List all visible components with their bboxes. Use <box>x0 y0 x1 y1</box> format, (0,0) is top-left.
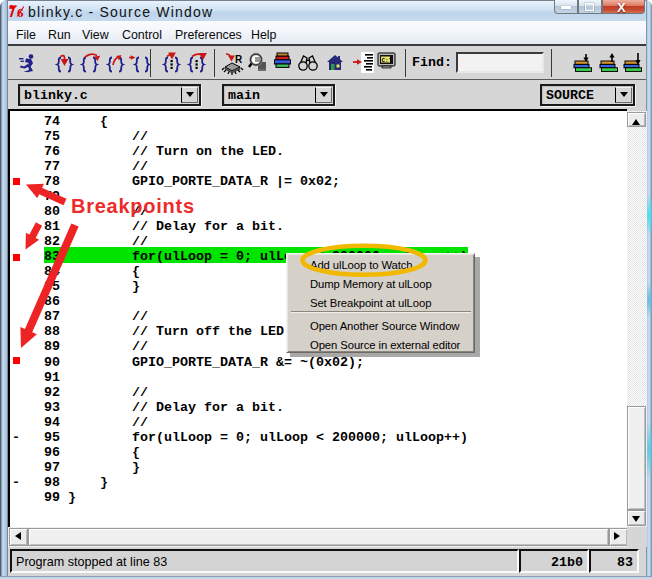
svg-text:C:\: C:\ <box>382 57 393 64</box>
svg-text:R: R <box>235 54 243 65</box>
